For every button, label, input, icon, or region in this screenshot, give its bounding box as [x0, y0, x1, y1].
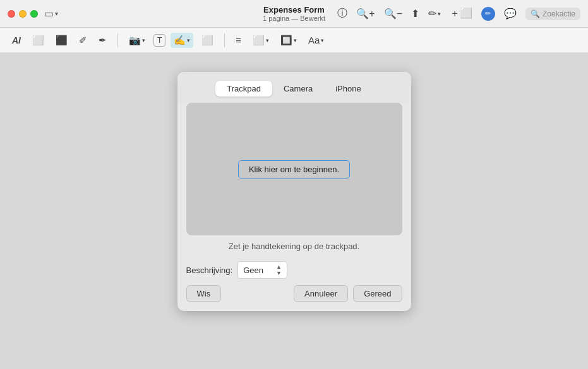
- zoom-out-icon[interactable]: 🔍−: [384, 8, 402, 20]
- chevron-down-icon: ▾: [55, 10, 58, 17]
- sidebar-toggle[interactable]: ▭ ▾: [44, 8, 58, 20]
- annotate-tool[interactable]: ✐: [76, 33, 90, 48]
- tab-bar: Trackpad Camera iPhone: [177, 72, 411, 103]
- fullscreen-button[interactable]: [30, 10, 38, 18]
- titlebar: ▭ ▾ Expenses Form 1 pagina — Bewerkt ⓘ 🔍…: [0, 0, 588, 28]
- main-content: Trackpad Camera iPhone Klik hier om te b…: [0, 53, 588, 369]
- wis-button[interactable]: Wis: [186, 285, 222, 302]
- click-to-start[interactable]: Klik hier om te beginnen.: [238, 160, 350, 179]
- draw-tool[interactable]: ✒: [95, 33, 110, 48]
- search-box[interactable]: 🔍 Zoekactie: [525, 8, 580, 20]
- chevron-down-icon: ▾: [266, 37, 269, 44]
- stepper-icon: ▲ ▼: [276, 264, 282, 276]
- comment-icon[interactable]: 💬: [504, 8, 517, 20]
- description-row: Beschrijving: Geen ▲ ▼: [177, 259, 411, 285]
- font-tool[interactable]: Aa ▾: [305, 33, 327, 47]
- minimize-button[interactable]: [19, 10, 27, 18]
- color-tool[interactable]: 🔲 ▾: [277, 33, 300, 48]
- sidebar-icon: ▭: [44, 8, 54, 20]
- insert-tool[interactable]: 📷▾: [126, 33, 148, 48]
- signature-tool[interactable]: ✍▾: [171, 33, 193, 48]
- chevron-down-icon: ▾: [294, 37, 297, 44]
- add-page-icon[interactable]: ＋⬜: [450, 7, 472, 20]
- button-row: Wis Annuleer Gereed: [177, 285, 411, 311]
- toolbar-right: ⓘ 🔍+ 🔍− ⬆ ✏ ▾ ＋⬜ ✏ 💬 🔍 Zoekactie: [337, 7, 580, 21]
- title-area: Expenses Form 1 pagina — Bewerkt: [263, 5, 325, 22]
- share-icon[interactable]: ⬆: [411, 8, 419, 20]
- search-icon: 🔍: [531, 9, 540, 18]
- signature-panel: Trackpad Camera iPhone Klik hier om te b…: [177, 72, 411, 311]
- description-value: Geen: [243, 266, 263, 275]
- chevron-down-icon: ▾: [187, 37, 190, 44]
- chevron-down-icon: ▾: [142, 37, 145, 44]
- gereed-button[interactable]: Gereed: [353, 285, 402, 302]
- media-tool[interactable]: ⬛: [52, 33, 71, 48]
- description-select[interactable]: Geen ▲ ▼: [237, 261, 287, 279]
- separator2: [224, 33, 225, 47]
- signature-hint: Zet je handtekening op de trackpad.: [177, 235, 411, 259]
- traffic-lights: [8, 10, 38, 18]
- tab-camera[interactable]: Camera: [272, 81, 324, 97]
- doc-subtitle: 1 pagina — Bewerkt: [263, 15, 325, 22]
- chevron-down-icon: ▾: [438, 11, 441, 17]
- signature-area[interactable]: Klik hier om te beginnen.: [186, 103, 402, 235]
- doc-title: Expenses Form: [263, 5, 325, 15]
- zoom-in-icon[interactable]: 🔍+: [356, 8, 375, 20]
- tab-iphone[interactable]: iPhone: [324, 81, 372, 97]
- shape-tool[interactable]: ⬜: [198, 33, 217, 48]
- info-icon[interactable]: ⓘ: [337, 7, 347, 20]
- description-label: Beschrijving:: [186, 266, 233, 275]
- border-tool[interactable]: ⬜ ▾: [249, 33, 272, 48]
- search-placeholder: Zoekactie: [543, 9, 575, 18]
- pen-icon[interactable]: ✏ ▾: [428, 8, 441, 20]
- close-button[interactable]: [8, 10, 15, 18]
- tab-trackpad[interactable]: Trackpad: [215, 81, 272, 97]
- page-view-tool[interactable]: ⬜: [29, 33, 47, 48]
- toolbar: AI ⬜ ⬛ ✐ ✒ 📷▾ T ✍▾ ⬜ ≡ ⬜ ▾ 🔲 ▾ Aa ▾: [0, 28, 588, 53]
- align-tool[interactable]: ≡: [232, 33, 244, 47]
- separator: [117, 33, 118, 47]
- annuleer-button[interactable]: Annuleer: [294, 285, 348, 302]
- profile-icon[interactable]: ✏: [481, 7, 495, 21]
- text-tool[interactable]: T: [153, 34, 165, 47]
- chevron-down-icon: ▾: [321, 37, 324, 44]
- ai-tool[interactable]: AI: [9, 33, 24, 47]
